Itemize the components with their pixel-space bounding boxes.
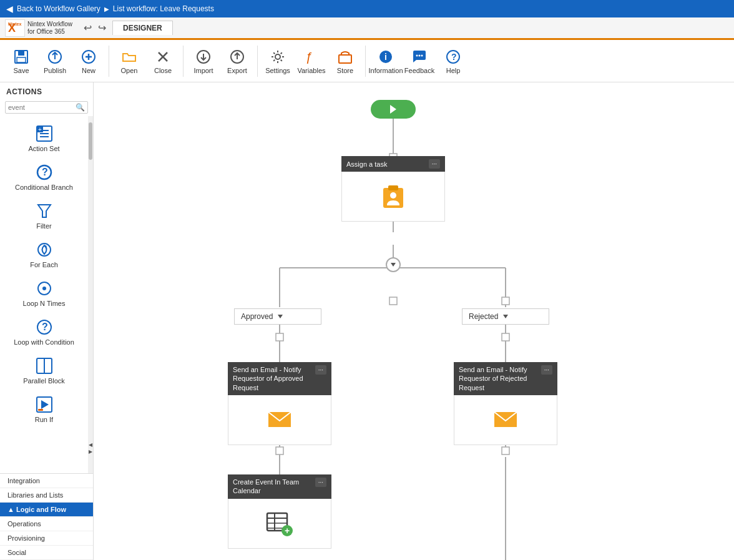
sidebar-cat-social[interactable]: Social: [0, 546, 93, 560]
sidebar-cat-provisioning[interactable]: Provisioning: [0, 531, 93, 546]
help-icon: ?: [444, 48, 462, 66]
help-button[interactable]: ? Help: [437, 42, 469, 80]
search-input[interactable]: [8, 104, 76, 111]
save-button[interactable]: Save: [5, 42, 37, 80]
close-button[interactable]: Close: [147, 42, 179, 80]
email-approved-action[interactable]: Send an Email - Notify Requestor of Appr…: [228, 362, 331, 445]
help-label: Help: [446, 67, 461, 74]
email-rejected-action[interactable]: Send an Email - Notify Requestor of Reje…: [454, 362, 557, 445]
actions-sidebar: ACTIONS 🔍 + Action Set ? Conditional Bra…: [0, 82, 94, 560]
toolbar-divider-1: [109, 46, 109, 77]
svg-text:ƒ: ƒ: [305, 50, 312, 64]
designer-tab[interactable]: DESIGNER: [112, 21, 173, 35]
for-each-icon: [34, 240, 54, 260]
sidebar-cat-libraries[interactable]: Libraries and Lists: [0, 488, 93, 503]
sidebar-item-run-if[interactable]: Run If: [0, 390, 88, 428]
publish-button[interactable]: Publish: [39, 42, 71, 80]
sidebar-cat-integration[interactable]: Integration: [0, 474, 93, 488]
sidebar-categories: Integration Libraries and Lists ▲ Logic …: [0, 473, 93, 560]
scroll-right-arrow[interactable]: ▶: [89, 449, 92, 454]
sidebar-item-filter[interactable]: Filter: [0, 196, 88, 235]
toolbar-divider-3: [257, 46, 258, 77]
sidebar-cat-logic-flow[interactable]: ▲ Logic and Flow: [0, 503, 93, 517]
back-to-gallery-link[interactable]: Back to Workflow Gallery: [17, 4, 100, 13]
assign-task-menu[interactable]: ···: [429, 159, 440, 169]
feedback-button[interactable]: Feedback: [403, 42, 436, 80]
create-event-menu[interactable]: ···: [315, 478, 326, 487]
nx-logo-text: Nintex Workflow for Office 365: [27, 21, 72, 36]
toolbar-divider-2: [183, 46, 184, 77]
svg-marker-38: [41, 400, 49, 409]
svg-point-15: [416, 54, 418, 56]
loop-with-condition-label: Loop with Condition: [14, 338, 74, 346]
workflow-start-button[interactable]: [371, 100, 416, 119]
designer-bar: X Nintex Nintex Workflow for Office 365 …: [0, 17, 734, 40]
variables-label: Variables: [297, 67, 325, 74]
top-nav: ◀ Back to Workflow Gallery ▶ List workfl…: [0, 0, 734, 17]
sidebar-item-loop-with-condition[interactable]: ? Loop with Condition: [0, 312, 88, 351]
information-button[interactable]: i Information: [369, 42, 402, 80]
rejected-branch[interactable]: Rejected: [462, 308, 549, 325]
collapse-button[interactable]: [386, 257, 401, 272]
svg-text:i: i: [384, 52, 387, 62]
sidebar-scrollbar[interactable]: ◀ ▶: [88, 116, 93, 473]
approved-branch[interactable]: Approved: [234, 308, 321, 325]
open-icon: [120, 48, 138, 66]
open-button[interactable]: Open: [113, 42, 145, 80]
svg-rect-48: [389, 297, 397, 305]
variables-icon: ƒ: [303, 48, 320, 66]
svg-marker-28: [38, 205, 51, 217]
email-approved-icon: [266, 406, 293, 433]
create-event-action[interactable]: Create Event In Team Calendar ··· +: [228, 474, 331, 549]
create-event-icon: +: [265, 508, 295, 538]
rejected-dropdown-icon: [502, 313, 509, 320]
sidebar-item-loop-n-times[interactable]: Loop N Times: [0, 273, 88, 312]
assign-task-action[interactable]: Assign a task ···: [341, 156, 445, 222]
information-label: Information: [368, 67, 403, 74]
conditional-branch-label: Conditional Branch: [15, 184, 73, 191]
approved-label: Approved: [241, 312, 273, 321]
loop-n-times-icon: [34, 278, 54, 298]
import-button[interactable]: Import: [187, 42, 220, 80]
create-event-title: Create Event In Team Calendar: [233, 478, 313, 496]
email-approved-menu[interactable]: ···: [315, 365, 326, 375]
undo-button[interactable]: ↩: [81, 21, 94, 35]
variables-button[interactable]: ƒ Variables: [295, 42, 328, 80]
email-rejected-menu[interactable]: ···: [541, 365, 552, 375]
svg-text:?: ?: [42, 322, 48, 332]
email-approved-title: Send an Email - Notify Requestor of Appr…: [233, 365, 313, 392]
search-container: 🔍: [5, 101, 88, 114]
svg-rect-5: [17, 57, 26, 62]
publish-icon: [46, 48, 64, 66]
settings-button[interactable]: Settings: [262, 42, 294, 80]
sidebar-header: ACTIONS: [0, 82, 93, 99]
redo-button[interactable]: ↪: [95, 21, 109, 35]
sidebar-item-action-set[interactable]: + Action Set: [0, 119, 88, 157]
feedback-icon: [411, 48, 428, 66]
sidebar-item-parallel-block[interactable]: Parallel Block: [0, 351, 88, 390]
new-button[interactable]: New: [72, 42, 105, 80]
assign-task-title: Assign a task: [346, 160, 387, 168]
svg-text:?: ?: [42, 167, 48, 177]
nintex-logo: X Nintex Nintex Workflow for Office 365: [5, 19, 72, 37]
svg-text:+: +: [285, 526, 290, 536]
svg-marker-70: [391, 263, 396, 267]
sidebar-cat-operations[interactable]: Operations: [0, 517, 93, 531]
export-button[interactable]: Export: [221, 42, 253, 80]
run-if-label: Run If: [35, 416, 53, 423]
sidebar-item-conditional-branch[interactable]: ? Conditional Branch: [0, 157, 88, 196]
workflow-canvas[interactable]: Assign a task ··· Approved: [94, 82, 734, 560]
svg-rect-68: [388, 185, 398, 190]
store-icon: [336, 48, 354, 66]
back-arrow-icon: ◀: [6, 4, 13, 14]
svg-point-17: [421, 54, 423, 56]
filter-label: Filter: [36, 222, 51, 230]
action-set-icon: +: [34, 124, 54, 144]
svg-rect-51: [276, 333, 283, 341]
sidebar-item-for-each[interactable]: For Each: [0, 235, 88, 273]
scroll-left-arrow[interactable]: ◀: [89, 442, 92, 448]
store-button[interactable]: Store: [329, 42, 361, 80]
parallel-block-icon: [34, 356, 54, 376]
settings-icon: [269, 48, 286, 66]
actions-list: + Action Set ? Conditional Branch Filter: [0, 116, 88, 473]
